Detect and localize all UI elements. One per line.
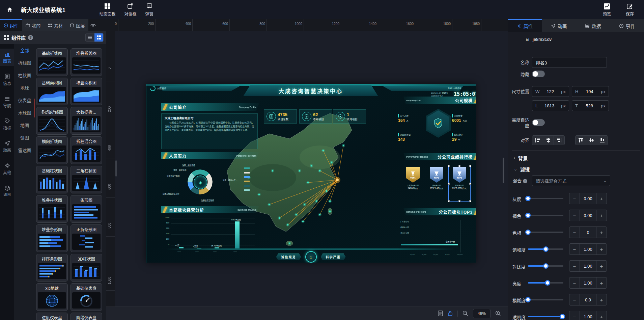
- rail-item-BIM[interactable]: BIM: [0, 182, 14, 200]
- dashboard-preview[interactable]: 大成咨询智慧决策中心 大成咨询 DNC大成咨询 2025-11-07 星期五 农…: [146, 84, 476, 263]
- panel-header-ranking[interactable]: Performance ranking 分公司业绩排行榜: [403, 153, 476, 160]
- panel-header-personnel[interactable]: 人员实力 Personnel strength: [161, 152, 259, 159]
- component-card[interactable]: 正负条形图: [71, 224, 102, 252]
- slider-thumb[interactable]: [525, 297, 531, 302]
- unlock-icon[interactable]: [448, 311, 453, 316]
- component-card[interactable]: 大数据折…: [71, 107, 102, 135]
- hide-toggle[interactable]: [532, 71, 545, 77]
- blend-select[interactable]: 请选择混合方式 ⌄: [532, 175, 610, 186]
- component-card[interactable]: 条形图: [71, 195, 102, 223]
- stepper-plus-button[interactable]: +: [596, 277, 607, 288]
- ranking-card-TOP2[interactable]: TOP2贵州分公司10321.47万元: [427, 167, 446, 199]
- slider-track[interactable]: [528, 248, 563, 250]
- slider-thumb[interactable]: [560, 314, 565, 319]
- panel-header-scale[interactable]: company size 公司规模: [403, 97, 476, 104]
- stat-card[interactable]: 1本月项目: [333, 109, 366, 124]
- slider-track[interactable]: [528, 282, 563, 284]
- background-section[interactable]: › 背景: [514, 155, 528, 161]
- component-card[interactable]: 基础折线图: [36, 48, 68, 76]
- toolbar-item[interactable]: 弹窗: [145, 3, 153, 17]
- slider-track[interactable]: [528, 316, 563, 317]
- company-profile-text[interactable]: 大成工程咨询有限公司: 公司成立于2003年12月，公司总部位于中国·郑州国贸中…: [161, 113, 258, 149]
- selection-handle[interactable]: [469, 165, 471, 167]
- size-field-H[interactable]: H194px: [572, 86, 609, 97]
- slider-track[interactable]: [528, 232, 563, 233]
- editor-canvas[interactable]: 大成咨询智慧决策中心 大成咨询 DNC大成咨询 2025-11-07 星期五 农…: [115, 31, 508, 306]
- rail-item-导航[interactable]: 导航: [0, 93, 14, 111]
- action-preview-chart[interactable]: 预览: [603, 3, 611, 17]
- stepper-minus-button[interactable]: −: [569, 294, 580, 305]
- stepper-plus-button[interactable]: +: [596, 193, 607, 204]
- slider-track[interactable]: [528, 215, 563, 216]
- category-柱状图[interactable]: 柱状图: [14, 69, 35, 81]
- grid-view-button[interactable]: [94, 33, 103, 42]
- align-middle-v-button[interactable]: [586, 136, 597, 145]
- category-仪表盘[interactable]: 仪表盘: [14, 94, 35, 106]
- stepper-plus-button[interactable]: +: [596, 294, 607, 305]
- component-card[interactable]: 基础仪表盘: [71, 283, 102, 311]
- slider-track[interactable]: [528, 299, 563, 300]
- slider-thumb[interactable]: [525, 230, 531, 235]
- category-地球[interactable]: 地球: [14, 81, 35, 94]
- panel-header-business[interactable]: 本部板块经营分析 business analysis: [161, 206, 259, 213]
- stepper-minus-button[interactable]: −: [569, 227, 580, 238]
- rail-item-图表[interactable]: 图表: [0, 49, 14, 66]
- zoom-out-icon[interactable]: [463, 311, 468, 316]
- ranking-card-TOP3[interactable]: TOP3福建分公司6927.0586万元: [450, 167, 469, 199]
- canvas-scrollbar-left[interactable]: [115, 160, 117, 177]
- personnel-donut-chart[interactable]: ◈ 注册二级建造师注册一级建造师注册咨询工程师注册二级造价工程师注册监理工程师注…: [161, 161, 259, 204]
- size-field-L[interactable]: L1813px: [532, 100, 569, 111]
- eye-icon[interactable]: [90, 23, 96, 28]
- stepper-minus-button[interactable]: −: [569, 261, 580, 271]
- slider-track[interactable]: [528, 198, 563, 199]
- zoom-level[interactable]: 49%: [473, 309, 491, 318]
- zoom-in-icon[interactable]: [495, 311, 501, 316]
- rail-item-指标[interactable]: 指标: [0, 115, 14, 133]
- slider-thumb[interactable]: [525, 213, 531, 218]
- props-tab-动画[interactable]: 动画: [542, 19, 576, 32]
- rail-item-信息[interactable]: 信息: [0, 71, 14, 88]
- panel-header-sectors[interactable]: Ranking of sectors 分公司板块TOP3: [403, 208, 476, 215]
- stat-card[interactable]: 62本年项目: [299, 109, 332, 124]
- rail-item-其他[interactable]: 其他: [0, 160, 14, 178]
- stepper-minus-button[interactable]: −: [569, 244, 580, 255]
- filter-section[interactable]: ⌄ 滤镜: [514, 166, 530, 172]
- align-top-button[interactable]: [576, 136, 586, 145]
- component-card[interactable]: 折柱混合图: [71, 136, 102, 164]
- component-card[interactable]: 基础面积图: [36, 78, 68, 105]
- stepper-plus-button[interactable]: +: [596, 227, 607, 238]
- slider-thumb[interactable]: [543, 246, 549, 252]
- component-card[interactable]: 3D地球: [36, 283, 68, 311]
- panel-header-profile[interactable]: 公司简介 Company Profile: [161, 103, 259, 111]
- stepper-plus-button[interactable]: +: [596, 261, 607, 271]
- home-icon[interactable]: [5, 5, 15, 15]
- category-折线图[interactable]: 折线图: [14, 56, 35, 69]
- component-card[interactable]: 进度仪表盘: [36, 313, 68, 320]
- toolbar-item[interactable]: 对话框: [124, 3, 136, 17]
- category-地图[interactable]: 地图: [14, 119, 35, 131]
- category-雷达图[interactable]: 雷达图: [14, 144, 35, 156]
- component-card[interactable]: 三角柱状图: [71, 166, 102, 193]
- selection-handle[interactable]: [458, 200, 460, 202]
- stepper-plus-button[interactable]: +: [596, 210, 607, 221]
- name-input[interactable]: 排名3: [532, 57, 607, 68]
- component-card[interactable]: 3D柱状图: [71, 254, 102, 282]
- tab-素材[interactable]: 素材: [44, 19, 66, 31]
- toolbar-item[interactable]: 动态面板: [99, 3, 115, 17]
- component-card[interactable]: 堆叠条形图: [36, 224, 68, 252]
- ranking-card-TOP1[interactable]: TOP1合肥第一分公司94000万元: [403, 167, 423, 199]
- stepper-minus-button[interactable]: −: [569, 193, 580, 204]
- stepper-plus-button[interactable]: +: [596, 311, 607, 320]
- help-icon[interactable]: ?: [28, 35, 33, 40]
- component-card[interactable]: 多x轴折线图: [36, 107, 68, 135]
- business-bar-chart[interactable]: 1,000800600400200045万——0万元——35.4143万元——9…: [161, 216, 259, 256]
- category-全部[interactable]: 全部: [14, 44, 35, 56]
- category-饼图[interactable]: 饼图: [14, 131, 35, 144]
- slider-thumb[interactable]: [525, 196, 531, 201]
- align-left-button[interactable]: [532, 136, 543, 145]
- component-card[interactable]: 排序条形图: [36, 254, 68, 282]
- props-tab-事件[interactable]: 事件: [610, 19, 644, 32]
- align-bottom-button[interactable]: [597, 136, 608, 145]
- tab-图层[interactable]: 图层: [66, 19, 89, 31]
- slider-track[interactable]: [528, 265, 563, 267]
